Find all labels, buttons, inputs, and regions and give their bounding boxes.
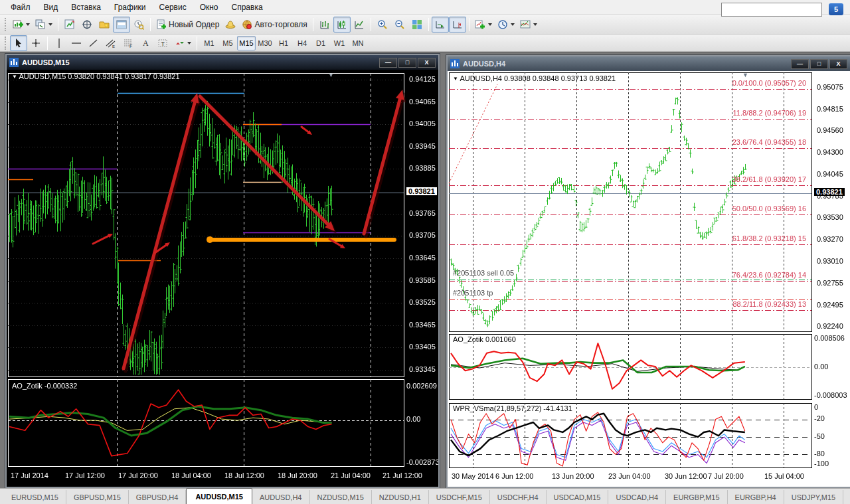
autotrading-button[interactable]: Авто-торговля xyxy=(239,17,309,33)
chart-window-audusd-h4: AUDUSD,H4 — □ X ▼ AUDUSD,H4 0.93808 0.93… xyxy=(446,55,850,488)
market-watch-button[interactable] xyxy=(61,17,78,33)
text-label-button[interactable]: T xyxy=(154,35,171,51)
time-axis-label: 15 Jul 04:00 xyxy=(764,472,804,480)
left-window-titlebar[interactable]: AUDUSD,M15 — □ X xyxy=(7,55,438,70)
symbol-tab-usdchf-m15[interactable]: USDCHF,M15 xyxy=(429,490,490,504)
chart-candles-button[interactable] xyxy=(333,17,351,33)
chart-shift-button[interactable] xyxy=(449,17,466,33)
timeframe-button-m1[interactable]: M1 xyxy=(200,36,218,50)
menu-item-6[interactable]: Справка xyxy=(225,1,270,14)
symbol-tab-audusd-m15[interactable]: AUDUSD,M15 xyxy=(186,488,252,504)
price-axis-tick: 0.93585 xyxy=(409,276,436,284)
crosshair-button[interactable] xyxy=(27,35,44,51)
left-chart-canvas[interactable] xyxy=(7,70,438,487)
new-chart-icon xyxy=(13,19,23,30)
search-box[interactable] xyxy=(721,3,822,17)
fibonacci-button[interactable]: F xyxy=(120,35,137,51)
shapes-button[interactable] xyxy=(171,35,194,51)
new-chart-button[interactable] xyxy=(10,17,33,33)
indicator-scale-tick: 0.002609 xyxy=(406,382,437,390)
trendline-button[interactable] xyxy=(85,35,102,51)
right-chart-canvas[interactable] xyxy=(448,71,850,487)
zoom-in-button[interactable] xyxy=(374,17,391,33)
right-close-button[interactable]: X xyxy=(829,59,847,69)
chart-bars-button[interactable] xyxy=(316,17,333,33)
indicator-scale-tick: 0.00 xyxy=(814,363,828,371)
profiles-button[interactable] xyxy=(33,17,55,33)
right-minimize-button[interactable]: — xyxy=(791,59,809,69)
indicators-button[interactable] xyxy=(472,17,495,33)
collapse-arrow-icon[interactable]: ▼ xyxy=(12,74,17,80)
collapse-arrow-icon[interactable]: ▼ xyxy=(453,76,458,82)
chart-line-button[interactable] xyxy=(351,17,368,33)
timeframe-button-w1[interactable]: W1 xyxy=(330,36,349,50)
symbol-tab-eurusd-m15[interactable]: EURUSD,M15 xyxy=(4,490,66,504)
periods-button[interactable] xyxy=(495,17,517,33)
timeframe-button-m5[interactable]: M5 xyxy=(218,36,237,50)
symbol-tab-usdjpy-h1[interactable]: USDJPY,H1 xyxy=(843,490,850,504)
metaeditor-button[interactable] xyxy=(222,17,239,33)
symbol-tab-usdcad-h4[interactable]: USDCAD,H4 xyxy=(608,490,666,504)
toolbar-separator xyxy=(428,18,429,31)
menu-item-4[interactable]: Сервис xyxy=(153,1,193,14)
symbol-tab-audusd-h4[interactable]: AUDUSD,H4 xyxy=(252,490,310,504)
right-window-titlebar[interactable]: AUDUSD,H4 — □ X xyxy=(448,56,850,71)
zoom-out-button[interactable] xyxy=(391,17,408,33)
new-order-button[interactable]: Новый Ордер xyxy=(153,17,222,33)
toolbar-button-label: Новый Ордер xyxy=(169,20,219,29)
price-axis-tick: 0.93530 xyxy=(817,213,843,221)
timeframe-button-m30[interactable]: M30 xyxy=(256,36,274,50)
timeframe-button-mn[interactable]: MN xyxy=(349,36,367,50)
tile-windows-button[interactable] xyxy=(408,17,426,33)
menu-item-0[interactable]: Файл xyxy=(4,1,37,14)
terminal-button[interactable] xyxy=(113,17,130,33)
channel-button[interactable]: E xyxy=(102,35,120,51)
right-maximize-button[interactable]: □ xyxy=(810,59,828,69)
symbol-tab-eurgbp-m15[interactable]: EURGBP,M15 xyxy=(666,490,728,504)
symbol-tab-usdcad-m15[interactable]: USDCAD,M15 xyxy=(547,490,609,504)
symbol-tab-eurgbp-h4[interactable]: EURGBP,H4 xyxy=(728,490,784,504)
menu-item-5[interactable]: Окно xyxy=(193,1,225,14)
symbol-tab-gbpusd-h4[interactable]: GBPUSD,H4 xyxy=(129,490,187,504)
data-window-button[interactable] xyxy=(78,17,96,33)
symbol-tab-nzdusd-h1[interactable]: NZDUSD,H1 xyxy=(372,490,429,504)
timeframe-button-h1[interactable]: H1 xyxy=(274,36,293,50)
right-current-price-badge: 0.93821 xyxy=(814,188,845,196)
menu-item-3[interactable]: Графики xyxy=(108,1,153,14)
timeframe-button-d1[interactable]: D1 xyxy=(311,36,330,50)
indicator-scale-tick: -0.002873 xyxy=(406,458,438,466)
right-chart-shift-marker[interactable]: ▼ xyxy=(742,72,748,78)
strategy-tester-button[interactable] xyxy=(130,17,147,33)
search-input[interactable] xyxy=(722,4,821,15)
mt4-application: ФайлВидВставкаГрафикиСервисОкноСправка Н… xyxy=(0,0,850,504)
pointer-button[interactable] xyxy=(10,35,27,51)
vertical-line-button[interactable] xyxy=(50,35,68,51)
text-button[interactable]: A xyxy=(137,35,154,51)
notifications-badge[interactable]: 5 xyxy=(829,3,843,15)
menu-item-1[interactable]: Вид xyxy=(37,1,65,14)
fibonacci-level-label: 38.2/61.8 (0.93920) 17 xyxy=(732,175,806,183)
text-label-icon: T xyxy=(157,38,168,48)
symbol-tab-usdchf-h4[interactable]: USDCHF,H4 xyxy=(490,490,547,504)
symbol-tab-gbpusd-m15[interactable]: GBPUSD,M15 xyxy=(66,490,129,504)
horizontal-line-button[interactable] xyxy=(68,35,85,51)
shapes-icon xyxy=(174,38,185,48)
left-current-price-badge: 0.93821 xyxy=(406,187,437,195)
timeframe-button-m15[interactable]: M15 xyxy=(237,36,256,50)
symbol-tab-nzdusd-m15[interactable]: NZDUSD,M15 xyxy=(310,490,372,504)
autotrading-icon xyxy=(242,19,252,30)
left-chart-shift-marker[interactable]: ▼ xyxy=(328,72,334,78)
svg-text:T: T xyxy=(161,40,165,46)
time-axis-label: 6 Jun 12:00 xyxy=(495,472,534,480)
templates-button[interactable] xyxy=(517,17,540,33)
left-maximize-button[interactable]: □ xyxy=(398,58,416,68)
timeframe-button-h4[interactable]: H4 xyxy=(293,36,311,50)
left-minimize-button[interactable]: — xyxy=(379,58,397,68)
menu-item-2[interactable]: Вставка xyxy=(64,1,108,14)
symbol-tab-usdjpy-m15[interactable]: USDJPY,M15 xyxy=(784,490,843,504)
auto-scroll-button[interactable] xyxy=(432,17,449,33)
left-close-button[interactable]: X xyxy=(418,58,436,68)
navigator-button[interactable] xyxy=(96,17,113,33)
chart-window-icon xyxy=(450,59,460,68)
indicator-scale-tick: -0.008003 xyxy=(814,391,847,399)
